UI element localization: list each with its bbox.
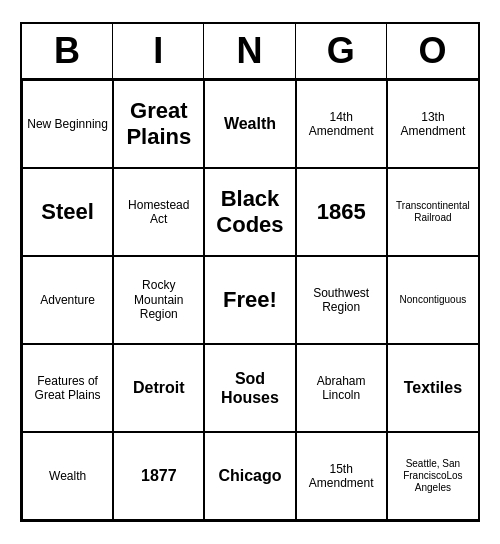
bingo-cell-13: Southwest Region [296,256,387,344]
bingo-cell-1: Great Plains [113,80,204,168]
bingo-cell-7: Black Codes [204,168,295,256]
bingo-cell-2: Wealth [204,80,295,168]
bingo-cell-14: Noncontiguous [387,256,478,344]
bingo-cell-6: Homestead Act [113,168,204,256]
header-letter-o: O [387,24,478,78]
bingo-card: BINGO New BeginningGreat PlainsWealth14t… [20,22,480,522]
bingo-cell-18: Abraham Lincoln [296,344,387,432]
bingo-header: BINGO [22,24,478,80]
header-letter-g: G [296,24,387,78]
bingo-cell-17: Sod Houses [204,344,295,432]
bingo-cell-4: 13th Amendment [387,80,478,168]
bingo-cell-16: Detroit [113,344,204,432]
bingo-grid: New BeginningGreat PlainsWealth14th Amen… [22,80,478,520]
bingo-cell-11: Rocky Mountain Region [113,256,204,344]
bingo-cell-8: 1865 [296,168,387,256]
bingo-cell-3: 14th Amendment [296,80,387,168]
bingo-cell-20: Wealth [22,432,113,520]
bingo-cell-19: Textiles [387,344,478,432]
header-letter-n: N [204,24,295,78]
header-letter-i: I [113,24,204,78]
bingo-cell-9: Transcontinental Railroad [387,168,478,256]
bingo-cell-12: Free! [204,256,295,344]
bingo-cell-10: Adventure [22,256,113,344]
header-letter-b: B [22,24,113,78]
bingo-cell-22: Chicago [204,432,295,520]
bingo-cell-5: Steel [22,168,113,256]
bingo-cell-23: 15th Amendment [296,432,387,520]
bingo-cell-0: New Beginning [22,80,113,168]
bingo-cell-24: Seattle, San FranciscoLos Angeles [387,432,478,520]
bingo-cell-15: Features of Great Plains [22,344,113,432]
bingo-cell-21: 1877 [113,432,204,520]
